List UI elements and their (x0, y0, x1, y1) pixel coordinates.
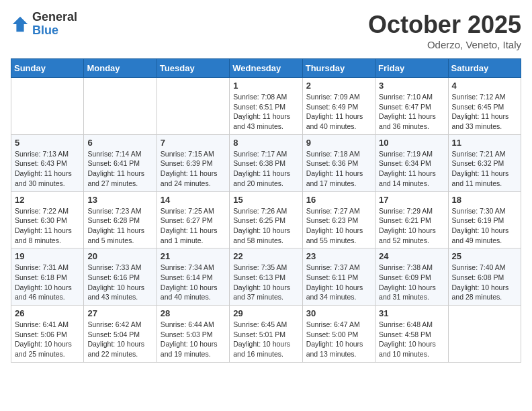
calendar-cell: 18Sunrise: 7:30 AM Sunset: 6:19 PM Dayli… (448, 191, 521, 248)
location: Oderzo, Veneto, Italy (368, 39, 521, 50)
day-info: Sunrise: 7:23 AM Sunset: 6:28 PM Dayligh… (87, 206, 152, 246)
day-info: Sunrise: 7:18 AM Sunset: 6:36 PM Dayligh… (306, 149, 371, 189)
title-block: October 2025 Oderzo, Veneto, Italy (368, 11, 521, 50)
calendar-cell: 24Sunrise: 7:38 AM Sunset: 6:09 PM Dayli… (375, 248, 448, 306)
day-info: Sunrise: 6:41 AM Sunset: 5:06 PM Dayligh… (15, 320, 80, 359)
logo-general: General (32, 11, 77, 24)
calendar-cell: 5Sunrise: 7:13 AM Sunset: 6:43 PM Daylig… (11, 134, 84, 191)
day-info: Sunrise: 7:27 AM Sunset: 6:23 PM Dayligh… (306, 206, 371, 246)
day-info: Sunrise: 7:09 AM Sunset: 6:49 PM Dayligh… (306, 92, 371, 132)
day-number: 1 (233, 81, 298, 91)
day-number: 13 (87, 195, 152, 205)
day-number: 22 (233, 251, 298, 261)
day-number: 23 (306, 251, 371, 261)
calendar-cell: 26Sunrise: 6:41 AM Sunset: 5:06 PM Dayli… (11, 306, 84, 363)
day-info: Sunrise: 7:10 AM Sunset: 6:47 PM Dayligh… (379, 92, 444, 132)
day-number: 29 (233, 308, 298, 318)
svg-marker-0 (13, 17, 28, 32)
day-info: Sunrise: 7:17 AM Sunset: 6:38 PM Dayligh… (233, 149, 298, 189)
day-info: Sunrise: 6:47 AM Sunset: 5:00 PM Dayligh… (306, 320, 371, 359)
day-number: 4 (452, 81, 517, 91)
calendar-cell (448, 306, 521, 363)
weekday-header: Tuesday (157, 59, 229, 78)
calendar-cell: 29Sunrise: 6:45 AM Sunset: 5:01 PM Dayli… (230, 306, 302, 363)
calendar-cell: 8Sunrise: 7:17 AM Sunset: 6:38 PM Daylig… (230, 134, 302, 191)
calendar-cell: 25Sunrise: 7:40 AM Sunset: 6:08 PM Dayli… (448, 248, 521, 306)
calendar-cell: 2Sunrise: 7:09 AM Sunset: 6:49 PM Daylig… (302, 78, 375, 135)
day-number: 18 (452, 195, 517, 205)
day-number: 19 (15, 251, 80, 261)
calendar-cell: 20Sunrise: 7:33 AM Sunset: 6:16 PM Dayli… (84, 248, 157, 306)
calendar-cell: 15Sunrise: 7:26 AM Sunset: 6:25 PM Dayli… (230, 191, 302, 248)
page-header: General Blue October 2025 Oderzo, Veneto… (11, 11, 521, 50)
calendar-cell: 3Sunrise: 7:10 AM Sunset: 6:47 PM Daylig… (375, 78, 448, 135)
day-number: 12 (15, 195, 80, 205)
calendar-cell: 14Sunrise: 7:25 AM Sunset: 6:27 PM Dayli… (157, 191, 229, 248)
weekday-header: Sunday (11, 59, 84, 78)
day-info: Sunrise: 7:33 AM Sunset: 6:16 PM Dayligh… (87, 263, 152, 302)
weekday-header: Thursday (302, 59, 375, 78)
day-info: Sunrise: 7:31 AM Sunset: 6:18 PM Dayligh… (15, 263, 80, 302)
day-number: 21 (161, 251, 226, 261)
day-number: 10 (379, 138, 444, 148)
day-info: Sunrise: 7:21 AM Sunset: 6:32 PM Dayligh… (452, 149, 517, 189)
day-info: Sunrise: 7:35 AM Sunset: 6:13 PM Dayligh… (233, 263, 298, 302)
day-info: Sunrise: 7:08 AM Sunset: 6:51 PM Dayligh… (233, 92, 298, 132)
calendar-cell: 10Sunrise: 7:19 AM Sunset: 6:34 PM Dayli… (375, 134, 448, 191)
day-info: Sunrise: 7:14 AM Sunset: 6:41 PM Dayligh… (87, 149, 152, 189)
day-number: 7 (161, 138, 226, 148)
day-info: Sunrise: 7:29 AM Sunset: 6:21 PM Dayligh… (379, 206, 444, 246)
logo: General Blue (11, 11, 77, 38)
day-number: 16 (306, 195, 371, 205)
day-number: 15 (233, 195, 298, 205)
calendar-cell: 21Sunrise: 7:34 AM Sunset: 6:14 PM Dayli… (157, 248, 229, 306)
day-info: Sunrise: 6:45 AM Sunset: 5:01 PM Dayligh… (233, 320, 298, 359)
day-number: 30 (306, 308, 371, 318)
calendar-week-row: 26Sunrise: 6:41 AM Sunset: 5:06 PM Dayli… (11, 306, 521, 363)
day-info: Sunrise: 7:15 AM Sunset: 6:39 PM Dayligh… (161, 149, 226, 189)
calendar-week-row: 19Sunrise: 7:31 AM Sunset: 6:18 PM Dayli… (11, 248, 521, 306)
weekday-header-row: SundayMondayTuesdayWednesdayThursdayFrid… (11, 59, 521, 78)
day-number: 24 (379, 251, 444, 261)
day-number: 17 (379, 195, 444, 205)
day-number: 27 (87, 308, 152, 318)
day-number: 31 (379, 308, 444, 318)
calendar-cell: 12Sunrise: 7:22 AM Sunset: 6:30 PM Dayli… (11, 191, 84, 248)
calendar: SundayMondayTuesdayWednesdayThursdayFrid… (11, 58, 521, 363)
calendar-cell: 27Sunrise: 6:42 AM Sunset: 5:04 PM Dayli… (84, 306, 157, 363)
logo-icon (11, 15, 30, 34)
calendar-cell: 1Sunrise: 7:08 AM Sunset: 6:51 PM Daylig… (230, 78, 302, 135)
calendar-cell: 19Sunrise: 7:31 AM Sunset: 6:18 PM Dayli… (11, 248, 84, 306)
day-number: 20 (87, 251, 152, 261)
day-info: Sunrise: 7:22 AM Sunset: 6:30 PM Dayligh… (15, 206, 80, 246)
day-info: Sunrise: 7:38 AM Sunset: 6:09 PM Dayligh… (379, 263, 444, 302)
calendar-week-row: 5Sunrise: 7:13 AM Sunset: 6:43 PM Daylig… (11, 134, 521, 191)
calendar-cell: 11Sunrise: 7:21 AM Sunset: 6:32 PM Dayli… (448, 134, 521, 191)
calendar-cell (11, 78, 84, 135)
calendar-week-row: 12Sunrise: 7:22 AM Sunset: 6:30 PM Dayli… (11, 191, 521, 248)
day-info: Sunrise: 6:48 AM Sunset: 4:58 PM Dayligh… (379, 320, 444, 359)
day-info: Sunrise: 7:25 AM Sunset: 6:27 PM Dayligh… (161, 206, 226, 246)
day-number: 11 (452, 138, 517, 148)
logo-blue: Blue (32, 24, 77, 38)
calendar-cell: 30Sunrise: 6:47 AM Sunset: 5:00 PM Dayli… (302, 306, 375, 363)
calendar-cell: 28Sunrise: 6:44 AM Sunset: 5:03 PM Dayli… (157, 306, 229, 363)
calendar-cell (157, 78, 229, 135)
weekday-header: Monday (84, 59, 157, 78)
calendar-cell (84, 78, 157, 135)
day-info: Sunrise: 7:37 AM Sunset: 6:11 PM Dayligh… (306, 263, 371, 302)
day-info: Sunrise: 6:44 AM Sunset: 5:03 PM Dayligh… (161, 320, 226, 359)
weekday-header: Friday (375, 59, 448, 78)
day-number: 25 (452, 251, 517, 261)
calendar-cell: 16Sunrise: 7:27 AM Sunset: 6:23 PM Dayli… (302, 191, 375, 248)
day-number: 3 (379, 81, 444, 91)
calendar-cell: 7Sunrise: 7:15 AM Sunset: 6:39 PM Daylig… (157, 134, 229, 191)
logo-text: General Blue (32, 11, 77, 38)
day-info: Sunrise: 7:13 AM Sunset: 6:43 PM Dayligh… (15, 149, 80, 189)
calendar-cell: 31Sunrise: 6:48 AM Sunset: 4:58 PM Dayli… (375, 306, 448, 363)
month-title: October 2025 (368, 11, 521, 39)
day-info: Sunrise: 7:19 AM Sunset: 6:34 PM Dayligh… (379, 149, 444, 189)
weekday-header: Wednesday (230, 59, 302, 78)
day-number: 26 (15, 308, 80, 318)
calendar-week-row: 1Sunrise: 7:08 AM Sunset: 6:51 PM Daylig… (11, 78, 521, 135)
